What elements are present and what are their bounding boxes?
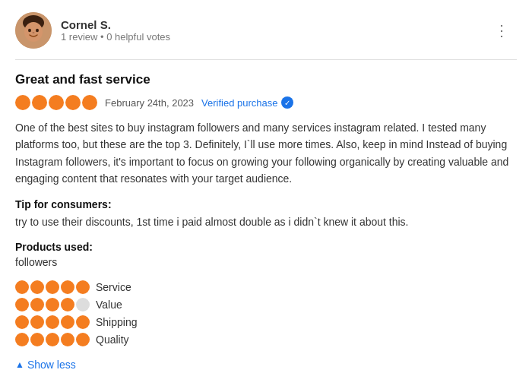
reviewer-info: Cornel S. 1 review • 0 helpful votes <box>61 18 170 43</box>
svg-point-5 <box>33 32 35 33</box>
tip-text: try to use their discounts, 1st time i p… <box>15 213 517 230</box>
category-row: Service <box>15 280 517 294</box>
cat-star-filled <box>30 298 44 311</box>
cat-star-filled <box>30 280 44 294</box>
category-row: Quality <box>15 333 517 346</box>
review-card: Cornel S. 1 review • 0 helpful votes ⋮ G… <box>0 0 532 383</box>
cat-star-empty <box>76 298 90 311</box>
options-menu-button[interactable]: ⋮ <box>488 18 517 43</box>
svg-point-3 <box>28 29 31 32</box>
reviewer-name: Cornel S. <box>61 18 170 31</box>
verified-icon: ✓ <box>281 96 293 109</box>
products-label: Products used: <box>15 241 517 253</box>
star-4 <box>65 95 81 110</box>
review-body: Great and fast service February 24th, 20… <box>15 60 517 371</box>
avatar <box>15 12 52 49</box>
reviewer-meta: 1 review • 0 helpful votes <box>61 31 170 43</box>
cat-star-filled <box>76 315 90 329</box>
cat-star-filled <box>76 333 90 346</box>
cat-label-value: Value <box>96 299 122 311</box>
cat-star-filled <box>46 298 59 311</box>
cat-stars-value <box>15 298 90 311</box>
cat-stars-service <box>15 280 90 294</box>
show-less-button[interactable]: ▲ Show less <box>15 359 76 371</box>
star-3 <box>49 95 64 110</box>
cat-star-filled <box>15 315 29 329</box>
category-row: Shipping <box>15 315 517 329</box>
cat-label-quality: Quality <box>96 334 129 346</box>
svg-point-4 <box>36 29 39 32</box>
star-5 <box>82 95 97 110</box>
verified-text: Verified purchase <box>201 97 277 109</box>
cat-star-filled <box>61 280 74 294</box>
cat-star-filled <box>46 315 59 329</box>
cat-star-filled <box>46 333 59 346</box>
category-row: Value <box>15 298 517 311</box>
cat-stars-shipping <box>15 315 90 329</box>
reviewer-header: Cornel S. 1 review • 0 helpful votes ⋮ <box>15 12 517 60</box>
cat-star-filled <box>46 280 59 294</box>
cat-star-filled <box>30 315 44 329</box>
products-text: followers <box>15 256 517 268</box>
cat-star-filled <box>76 280 90 294</box>
show-less-label: Show less <box>27 359 76 371</box>
cat-star-filled <box>30 333 44 346</box>
review-rating-row: February 24th, 2023 Verified purchase ✓ <box>15 95 517 110</box>
cat-star-filled <box>15 298 29 311</box>
review-title: Great and fast service <box>15 72 517 87</box>
tip-section: Tip for consumers: try to use their disc… <box>15 198 517 230</box>
verified-badge: Verified purchase ✓ <box>201 96 293 109</box>
star-2 <box>32 95 47 110</box>
tip-label: Tip for consumers: <box>15 198 517 210</box>
cat-star-filled <box>15 280 29 294</box>
review-date: February 24th, 2023 <box>105 97 194 109</box>
cat-star-filled <box>15 333 29 346</box>
overall-stars <box>15 95 97 110</box>
cat-star-filled <box>61 333 74 346</box>
review-text: One of the best sites to buy instagram f… <box>15 119 517 188</box>
category-ratings: ServiceValueShippingQuality <box>15 280 517 346</box>
star-1 <box>15 95 30 110</box>
reviewer-left: Cornel S. 1 review • 0 helpful votes <box>15 12 170 49</box>
cat-label-shipping: Shipping <box>96 316 138 328</box>
show-less-arrow-icon: ▲ <box>15 359 24 370</box>
cat-star-filled <box>61 298 74 311</box>
cat-star-filled <box>61 315 74 329</box>
cat-stars-quality <box>15 333 90 346</box>
cat-label-service: Service <box>96 281 131 293</box>
products-section: Products used: followers <box>15 241 517 268</box>
